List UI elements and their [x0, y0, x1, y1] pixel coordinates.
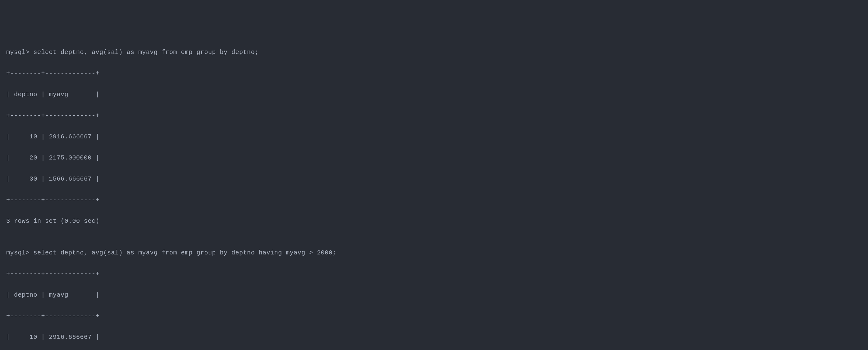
- table-row: | 10 | 2916.666667 |: [6, 132, 862, 142]
- table-row: | 20 | 2175.000000 |: [6, 153, 862, 163]
- table-row: | 30 | 1566.666667 |: [6, 174, 862, 184]
- table-border-mid: +--------+-------------+: [6, 311, 862, 321]
- mysql-prompt: mysql>: [6, 49, 34, 56]
- table-row: | 10 | 2916.666667 |: [6, 332, 862, 343]
- sql-statement: select deptno, avg(sal) as myavg from em…: [34, 49, 259, 56]
- table-header: | deptno | myavg |: [6, 90, 862, 100]
- result-footer: 3 rows in set (0.00 sec): [6, 216, 862, 226]
- query-line-2: mysql> select deptno, avg(sal) as myavg …: [6, 248, 862, 258]
- table-border-bottom: +--------+-------------+: [6, 195, 862, 205]
- table-border-mid: +--------+-------------+: [6, 110, 862, 121]
- table-border-top: +--------+-------------+: [6, 269, 862, 279]
- table-header: | deptno | myavg |: [6, 290, 862, 300]
- query-line-1: mysql> select deptno, avg(sal) as myavg …: [6, 47, 862, 58]
- mysql-prompt: mysql>: [6, 249, 34, 256]
- sql-statement: select deptno, avg(sal) as myavg from em…: [34, 249, 336, 256]
- table-border-top: +--------+-------------+: [6, 68, 862, 79]
